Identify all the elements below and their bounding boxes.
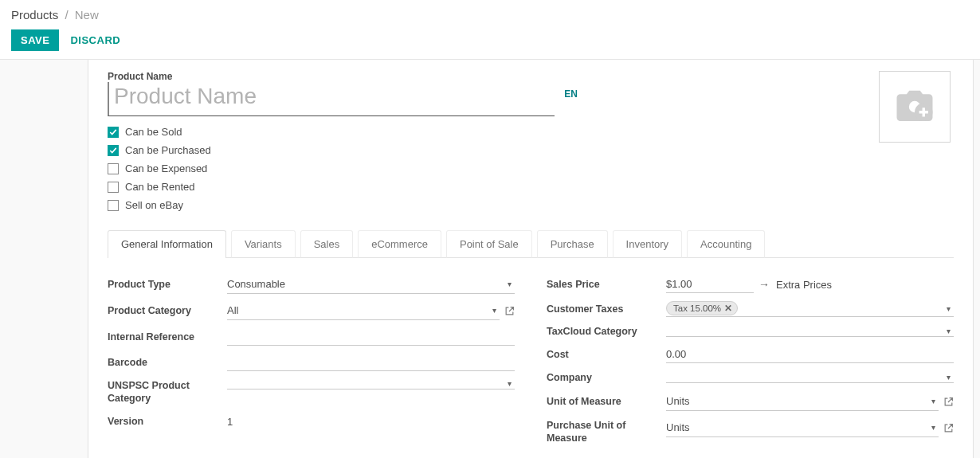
barcode-input[interactable] (227, 354, 515, 371)
sheet-wrapper: Product Name EN Can be Sold (0, 59, 980, 458)
chevron-down-icon: ▾ (943, 373, 954, 382)
sell-on-ebay-checkbox[interactable] (108, 200, 119, 211)
tab-ecommerce[interactable]: eCommerce (358, 230, 441, 258)
taxcloud-category-label: TaxCloud Category (547, 325, 666, 338)
tab-sales[interactable]: Sales (300, 230, 354, 258)
chevron-down-icon: ▾ (928, 423, 939, 432)
product-category-label: Product Category (108, 304, 227, 317)
purchase-unit-of-measure-select[interactable]: Units ▾ (666, 419, 939, 437)
customer-taxes-label: Customer Taxes (547, 303, 666, 315)
can-be-rented-label: Can be Rented (125, 181, 194, 193)
chevron-down-icon: ▾ (928, 397, 939, 405)
unit-of-measure-select[interactable]: Units ▾ (666, 393, 939, 411)
chevron-down-icon: ▾ (943, 304, 954, 313)
tab-purchase[interactable]: Purchase (537, 230, 608, 258)
sell-on-ebay-label: Sell on eBay (125, 199, 183, 211)
tax-tag: Tax 15.00% ✕ (666, 301, 738, 315)
tab-inventory[interactable]: Inventory (613, 230, 682, 258)
chevron-down-icon: ▾ (504, 280, 515, 288)
can-be-expensed-label: Can be Expensed (125, 162, 207, 174)
breadcrumb-main[interactable]: Products (11, 8, 58, 22)
product-image-upload[interactable] (879, 71, 951, 143)
version-label: Version (108, 415, 227, 428)
camera-icon (893, 85, 936, 128)
product-category-select[interactable]: All ▾ (227, 302, 500, 320)
customer-taxes-select[interactable]: Tax 15.00% ✕ ▾ (666, 301, 954, 317)
breadcrumb-sub: New (75, 8, 99, 22)
sales-price-input[interactable] (666, 276, 754, 293)
form-sheet: Product Name EN Can be Sold (88, 60, 974, 458)
breadcrumb: Products / New (11, 8, 969, 22)
company-label: Company (547, 371, 666, 384)
can-be-sold-label: Can be Sold (125, 126, 182, 138)
purchase-unit-of-measure-label: Purchase Unit of Measure (547, 419, 666, 445)
can-be-rented-checkbox[interactable] (108, 182, 119, 193)
can-be-expensed-checkbox[interactable] (108, 163, 119, 174)
language-badge[interactable]: EN (564, 88, 578, 100)
breadcrumb-separator: / (61, 8, 71, 22)
product-name-input[interactable] (108, 82, 555, 116)
save-button[interactable]: SAVE (11, 29, 59, 51)
chevron-down-icon: ▾ (489, 306, 500, 315)
external-link-icon[interactable] (943, 397, 954, 407)
unspsc-category-select[interactable]: ▾ (227, 379, 515, 389)
taxcloud-category-select[interactable]: ▾ (666, 327, 954, 337)
can-be-purchased-checkbox[interactable] (108, 145, 119, 156)
internal-reference-label: Internal Reference (108, 331, 227, 343)
checkbox-list: Can be Sold Can be Purchased Can be Expe… (108, 126, 578, 211)
cost-input[interactable] (666, 346, 954, 363)
extra-prices-link[interactable]: Extra Prices (776, 279, 832, 291)
tab-variants[interactable]: Variants (231, 230, 296, 258)
product-type-select[interactable]: Consumable ▾ (227, 276, 515, 294)
arrow-right-icon: → (759, 278, 771, 291)
general-info-pane: Product Type Consumable ▾ Product Catego… (108, 258, 954, 452)
sales-price-label: Sales Price (547, 278, 666, 291)
barcode-label: Barcode (108, 356, 227, 369)
tab-point-of-sale[interactable]: Point of Sale (446, 230, 532, 258)
tabs: General Information Variants Sales eComm… (108, 230, 954, 258)
header: Products / New SAVE DISCARD (0, 0, 980, 59)
actions-row: SAVE DISCARD (11, 29, 969, 59)
left-column: Product Type Consumable ▾ Product Catego… (108, 276, 515, 452)
can-be-sold-checkbox[interactable] (108, 127, 119, 138)
external-link-icon[interactable] (504, 306, 515, 316)
company-select[interactable]: ▾ (666, 373, 954, 383)
unit-of-measure-label: Unit of Measure (547, 395, 666, 408)
cost-label: Cost (547, 348, 666, 361)
internal-reference-input[interactable] (227, 328, 515, 346)
product-type-label: Product Type (108, 278, 227, 291)
chevron-down-icon: ▾ (943, 327, 954, 335)
external-link-icon[interactable] (943, 423, 954, 433)
unspsc-category-label: UNSPSC Product Category (108, 379, 227, 405)
chevron-down-icon: ▾ (504, 379, 515, 388)
tab-accounting[interactable]: Accounting (687, 230, 765, 258)
product-name-label: Product Name (108, 71, 578, 82)
discard-button[interactable]: DISCARD (70, 34, 120, 46)
right-column: Sales Price → Extra Prices Customer Taxe… (547, 276, 954, 452)
can-be-purchased-label: Can be Purchased (125, 144, 211, 156)
tax-tag-remove-icon[interactable]: ✕ (724, 303, 732, 314)
tab-general-information[interactable]: General Information (108, 230, 226, 258)
version-value: 1 (227, 413, 233, 430)
